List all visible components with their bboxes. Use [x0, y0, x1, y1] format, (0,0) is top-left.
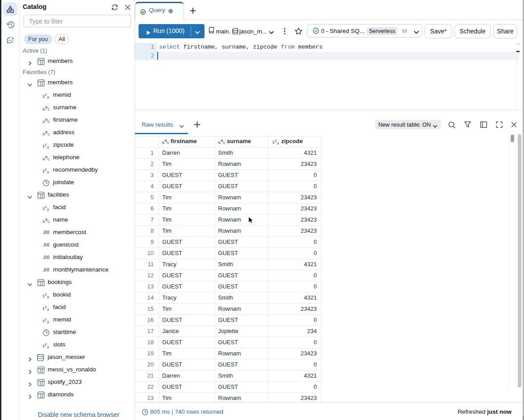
- svg-text:3: 3: [47, 145, 49, 149]
- svg-text:3: 3: [47, 207, 49, 211]
- svg-text:C: C: [47, 157, 50, 161]
- svg-text:C: C: [47, 132, 50, 136]
- svg-text:3: 3: [47, 95, 49, 99]
- svg-text:3: 3: [47, 295, 49, 299]
- svg-text:C: C: [47, 220, 50, 224]
- svg-text:3: 3: [47, 345, 49, 349]
- svg-text:C: C: [47, 107, 50, 111]
- svg-text:3: 3: [47, 307, 49, 311]
- svg-text:3: 3: [47, 320, 49, 324]
- svg-text:3: 3: [47, 170, 49, 174]
- svg-text:C: C: [47, 120, 50, 124]
